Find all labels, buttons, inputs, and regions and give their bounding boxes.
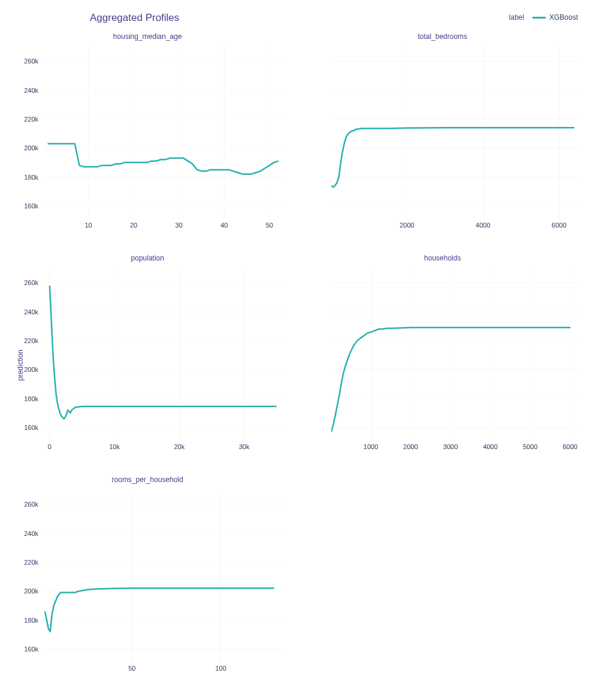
x-tick-label: 4000 — [476, 222, 490, 229]
y-tick-label: 220k — [24, 337, 38, 344]
y-tick-label: 180k — [24, 174, 38, 181]
y-tick-label: 240k — [24, 308, 38, 316]
x-ticks: 100020003000400050006000 — [331, 443, 579, 455]
panel-title: housing_median_age — [0, 32, 295, 41]
x-tick-label: 6000 — [552, 222, 566, 229]
legend-item-label: XGBoost — [549, 13, 578, 22]
plot-area[interactable] — [43, 268, 283, 442]
y-ticks: 160k180k200k220k240k260k — [0, 490, 41, 663]
y-tick-label: 220k — [24, 116, 38, 123]
x-tick-label: 30 — [176, 222, 183, 229]
x-tick-label: 6000 — [562, 443, 577, 450]
legend-swatch-icon — [532, 17, 546, 19]
y-tick-label: 260k — [24, 501, 38, 508]
plot-area[interactable] — [331, 268, 579, 442]
plot-area[interactable] — [43, 490, 283, 663]
x-ticks: 200040006000 — [331, 222, 579, 234]
x-ticks: 50100 — [43, 665, 283, 677]
y-tick-label: 220k — [24, 559, 38, 566]
x-tick-label: 50 — [266, 222, 273, 229]
x-tick-label: 2000 — [400, 222, 414, 229]
plot-area[interactable] — [43, 47, 283, 220]
x-tick-label: 4000 — [483, 443, 497, 450]
x-ticks: 010k20k30k — [43, 443, 283, 455]
y-tick-label: 260k — [24, 57, 38, 65]
y-tick-label: 200k — [24, 366, 38, 373]
y-axis-label: prediction — [16, 350, 25, 381]
x-tick-label: 20k — [174, 443, 184, 450]
panel-grid: housing_median_age160k180k200k220k240k26… — [0, 30, 590, 695]
legend: label XGBoost — [509, 13, 578, 22]
series-line-xgboost — [331, 128, 574, 187]
panel-title: total_bedrooms — [295, 32, 591, 41]
x-tick-label: 10k — [109, 443, 120, 450]
panel-population: population160k180k200k220k240k260k010k20… — [0, 251, 295, 473]
y-tick-label: 160k — [24, 646, 38, 653]
panel-total-bedrooms: total_bedrooms200040006000 — [295, 30, 591, 251]
y-tick-label: 180k — [24, 395, 38, 402]
x-ticks: 1020304050 — [43, 222, 283, 234]
y-tick-label: 240k — [24, 530, 38, 537]
x-tick-label: 3000 — [443, 443, 458, 450]
empty-panel — [295, 473, 591, 695]
x-tick-label: 20 — [130, 222, 137, 229]
main-title: Aggregated Profiles — [90, 12, 179, 24]
legend-title-label: label — [509, 13, 524, 22]
x-tick-label: 40 — [220, 222, 228, 229]
y-ticks: 160k180k200k220k240k260k — [0, 47, 41, 220]
y-tick-label: 260k — [24, 279, 38, 286]
series-line-xgboost — [45, 588, 274, 631]
x-tick-label: 1000 — [364, 443, 378, 450]
series-line-xgboost — [48, 144, 279, 174]
y-tick-label: 160k — [24, 202, 38, 210]
x-tick-label: 100 — [215, 665, 226, 672]
y-tick-label: 240k — [24, 87, 38, 94]
x-tick-label: 10 — [84, 222, 92, 229]
panel-title: rooms_per_household — [0, 475, 295, 484]
x-tick-label: 50 — [128, 665, 135, 672]
x-tick-label: 30k — [239, 443, 250, 450]
y-tick-label: 160k — [24, 424, 38, 431]
x-tick-label: 2000 — [403, 443, 417, 450]
chart-container: Aggregated Profiles label XGBoost housin… — [0, 0, 590, 700]
panel-title: population — [0, 254, 295, 262]
panel-title: households — [295, 254, 591, 262]
panel-housing-median-age: housing_median_age160k180k200k220k240k26… — [0, 30, 295, 251]
y-tick-label: 180k — [24, 617, 38, 624]
panel-rooms-per-household: rooms_per_household160k180k200k220k240k2… — [0, 473, 295, 695]
y-tick-label: 200k — [24, 144, 38, 151]
x-tick-label: 5000 — [523, 443, 537, 450]
y-tick-label: 200k — [24, 587, 38, 595]
series-line-xgboost — [50, 286, 277, 419]
plot-area[interactable] — [331, 47, 579, 220]
legend-item-xgboost[interactable]: XGBoost — [532, 13, 578, 22]
panel-households: households100020003000400050006000 — [295, 251, 591, 473]
x-tick-label: 0 — [48, 443, 52, 450]
